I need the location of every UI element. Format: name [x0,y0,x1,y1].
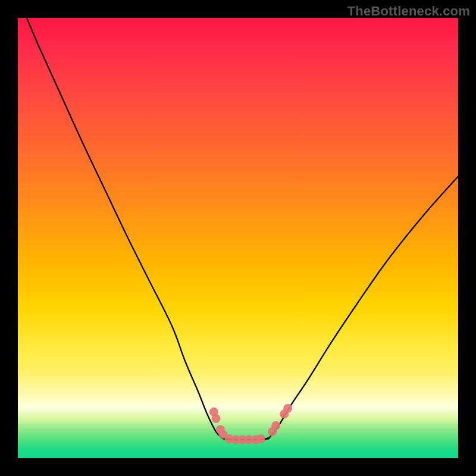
chart-container: TheBottleneck.com [0,0,476,476]
series-left-curve [27,18,223,439]
data-marker [212,414,221,423]
watermark-text: TheBottleneck.com [347,4,470,19]
curve-layer [18,18,458,458]
plot-area [18,18,458,458]
series-right-curve [269,176,458,438]
data-marker [256,434,265,443]
data-marker [271,421,280,430]
data-marker [283,404,292,413]
